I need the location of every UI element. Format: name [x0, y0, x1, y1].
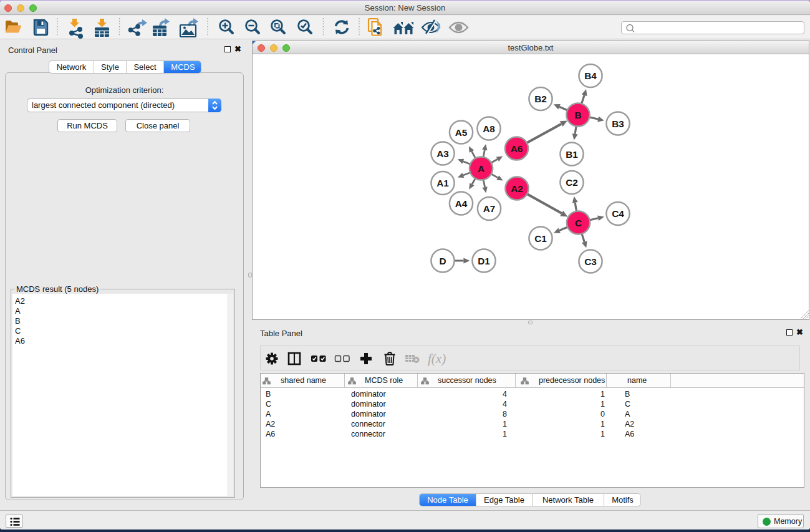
- svg-text:A2: A2: [511, 183, 523, 194]
- svg-text:B2: B2: [534, 94, 547, 104]
- svg-text:D1: D1: [478, 256, 490, 266]
- svg-text:B4: B4: [584, 70, 597, 81]
- svg-text:B3: B3: [612, 118, 624, 129]
- svg-text:A5: A5: [455, 127, 468, 138]
- svg-text:B: B: [574, 110, 581, 120]
- svg-text:f(x): f(x): [428, 351, 446, 366]
- svg-text:B1: B1: [566, 149, 578, 160]
- svg-text:C4: C4: [612, 208, 624, 219]
- svg-text:C: C: [575, 218, 582, 228]
- svg-text:C1: C1: [534, 233, 547, 244]
- svg-text:D: D: [439, 256, 446, 266]
- svg-text:A8: A8: [483, 123, 495, 134]
- svg-text:A3: A3: [436, 148, 449, 159]
- svg-text:C3: C3: [584, 256, 597, 267]
- svg-text:A7: A7: [483, 203, 496, 214]
- svg-text:A4: A4: [455, 198, 468, 209]
- svg-text:A6: A6: [511, 143, 523, 154]
- svg-text:C2: C2: [566, 177, 578, 188]
- svg-text:A1: A1: [436, 178, 449, 188]
- svg-text:A: A: [478, 163, 485, 174]
